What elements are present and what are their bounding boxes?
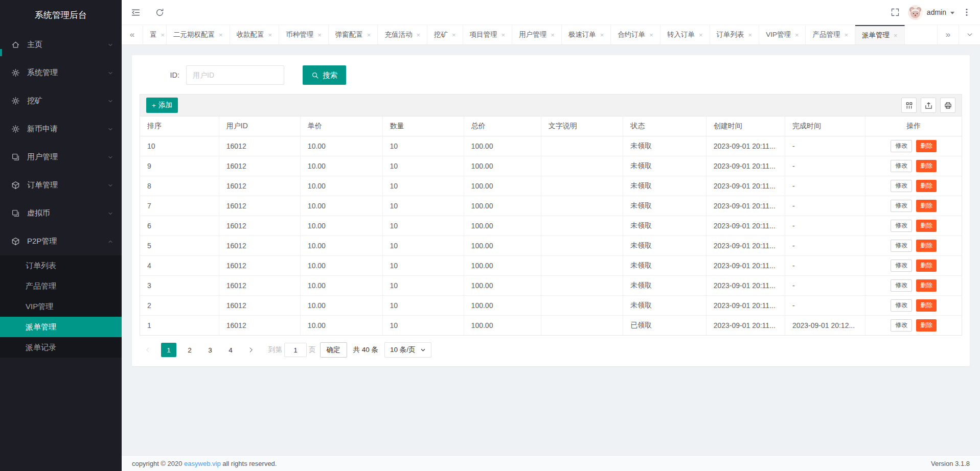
close-icon[interactable]: × (844, 31, 848, 39)
edit-button[interactable]: 修改 (891, 279, 912, 292)
edit-button[interactable]: 修改 (891, 180, 912, 192)
tab-10[interactable]: 合约订单× (611, 25, 660, 44)
sidebar-scrollbar-thumb[interactable] (0, 49, 2, 56)
print-button[interactable] (940, 98, 955, 113)
delete-button[interactable]: 删除 (916, 279, 937, 292)
close-icon[interactable]: × (600, 31, 604, 39)
close-icon[interactable]: × (416, 31, 420, 39)
close-icon[interactable]: × (317, 31, 322, 39)
tabs-scroll-left-button[interactable]: « (122, 25, 143, 44)
export-button[interactable] (921, 98, 936, 113)
goto-page-input[interactable] (284, 343, 307, 357)
column-header-7: 创建时间 (706, 116, 785, 136)
close-icon[interactable]: × (551, 31, 555, 39)
print-icon (944, 102, 952, 109)
close-icon[interactable]: × (268, 31, 272, 39)
add-button[interactable]: + 添加 (146, 98, 178, 113)
sidebar-item-label: 系统管理 (27, 68, 107, 78)
goto-confirm-button[interactable]: 确定 (320, 342, 347, 358)
chevron-down-icon (107, 154, 113, 160)
user-menu[interactable]: admin (908, 5, 954, 20)
sidebar-subitem-dispatch[interactable]: 派单管理 (0, 317, 122, 337)
filter-columns-button[interactable] (901, 98, 917, 113)
tab-15[interactable]: 派单管理× (855, 25, 905, 44)
pagination-page-1[interactable]: 1 (161, 343, 176, 357)
delete-button[interactable]: 删除 (916, 240, 937, 252)
tab-7[interactable]: 项目管理× (463, 25, 513, 44)
close-icon[interactable]: × (502, 31, 506, 39)
close-icon[interactable]: × (699, 31, 703, 39)
close-icon[interactable]: × (161, 31, 165, 39)
tab-3[interactable]: 币种管理× (279, 25, 329, 44)
delete-button[interactable]: 删除 (916, 200, 937, 212)
pagination-page-4[interactable]: 4 (223, 343, 238, 357)
tabs-scroll-right-button[interactable]: » (937, 25, 959, 44)
sidebar-item-mining[interactable]: 挖矿 (0, 87, 122, 115)
pagination-page-2[interactable]: 2 (183, 343, 197, 357)
tab-0[interactable]: 置× (143, 25, 167, 44)
sidebar-subitem-dispatch-log[interactable]: 派单记录 (0, 337, 122, 358)
tab-8[interactable]: 用户管理× (512, 25, 562, 44)
tab-12[interactable]: 订单列表× (710, 25, 760, 44)
close-icon[interactable]: × (894, 32, 898, 39)
close-icon[interactable]: × (795, 31, 799, 39)
sidebar-item-system[interactable]: 系统管理 (0, 59, 122, 87)
edit-button[interactable]: 修改 (891, 240, 912, 252)
sidebar-item-home[interactable]: 主页 (0, 31, 122, 59)
edit-button[interactable]: 修改 (891, 260, 912, 272)
sidebar-subitem-product[interactable]: 产品管理 (0, 276, 122, 296)
delete-button[interactable]: 删除 (916, 299, 937, 312)
delete-button[interactable]: 删除 (916, 180, 937, 192)
tab-14[interactable]: 产品管理× (806, 25, 855, 44)
close-icon[interactable]: × (367, 31, 371, 39)
delete-button[interactable]: 删除 (916, 319, 937, 332)
search-button[interactable]: 搜索 (303, 65, 346, 85)
close-icon[interactable]: × (219, 31, 223, 39)
edit-button[interactable]: 修改 (891, 299, 912, 312)
copyright-prefix: copyright © 2020 (132, 460, 184, 467)
close-icon[interactable]: × (649, 31, 653, 39)
edit-button[interactable]: 修改 (891, 140, 912, 152)
tabs-more-button[interactable] (959, 25, 980, 44)
cell-created: 2023-09-01 20:11... (706, 236, 785, 255)
edit-button[interactable]: 修改 (891, 220, 912, 232)
tab-9[interactable]: 极速订单× (562, 25, 611, 44)
delete-button[interactable]: 删除 (916, 260, 937, 272)
kebab-menu-icon[interactable] (963, 8, 971, 17)
pagination-page-3[interactable]: 3 (203, 343, 217, 357)
tab-5[interactable]: 充值活动× (378, 25, 427, 44)
sidebar-subitem-vip[interactable]: VIP管理 (0, 296, 122, 317)
close-icon[interactable]: × (452, 31, 456, 39)
delete-button[interactable]: 删除 (916, 140, 937, 152)
edit-button[interactable]: 修改 (891, 160, 912, 172)
delete-button[interactable]: 删除 (916, 160, 937, 172)
tab-4[interactable]: 弹窗配置× (329, 25, 378, 44)
tab-1[interactable]: 二元期权配置× (167, 25, 230, 44)
search-input[interactable] (186, 65, 284, 85)
pagination-next-button[interactable] (244, 343, 258, 357)
sidebar-item-new-coin[interactable]: 新币申请 (0, 115, 122, 143)
tab-11[interactable]: 转入订单× (660, 25, 710, 44)
collapse-sidebar-icon[interactable] (131, 8, 141, 17)
sidebar-subitem-order-list[interactable]: 订单列表 (0, 255, 122, 276)
pagination-prev-button[interactable] (141, 343, 155, 357)
fullscreen-icon[interactable] (891, 8, 900, 17)
delete-button[interactable]: 删除 (916, 220, 937, 232)
sidebar-item-virtual-coin[interactable]: 虚拟币 (0, 199, 122, 227)
dispatch-table: 排序用户ID单价数量总价文字说明状态创建时间完成时间操作 101601210.0… (140, 116, 962, 335)
edit-button[interactable]: 修改 (891, 319, 912, 332)
cell-sort: 6 (140, 216, 219, 236)
close-icon[interactable]: × (748, 31, 753, 39)
sidebar-item-orders[interactable]: 订单管理 (0, 171, 122, 199)
per-page-select[interactable]: 10 条/页 (384, 342, 431, 358)
refresh-icon[interactable] (155, 8, 165, 17)
tab-13[interactable]: VIP管理× (759, 25, 806, 44)
sidebar-item-p2p[interactable]: P2P管理 (0, 227, 122, 255)
sidebar-item-users[interactable]: 用户管理 (0, 143, 122, 171)
footer-link[interactable]: easyweb.vip (184, 460, 221, 467)
edit-button[interactable]: 修改 (891, 200, 912, 212)
cell-finished: - (785, 255, 865, 275)
sidebar-item-label: 主页 (27, 40, 107, 50)
tab-2[interactable]: 收款配置× (230, 25, 280, 44)
tab-6[interactable]: 挖矿× (427, 25, 463, 44)
